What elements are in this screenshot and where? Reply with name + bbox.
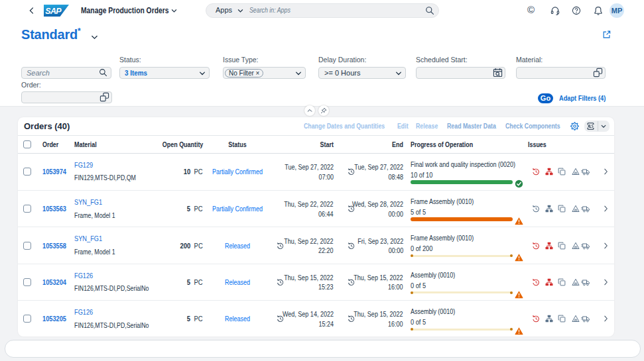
svg-text:SAP: SAP <box>45 7 62 16</box>
